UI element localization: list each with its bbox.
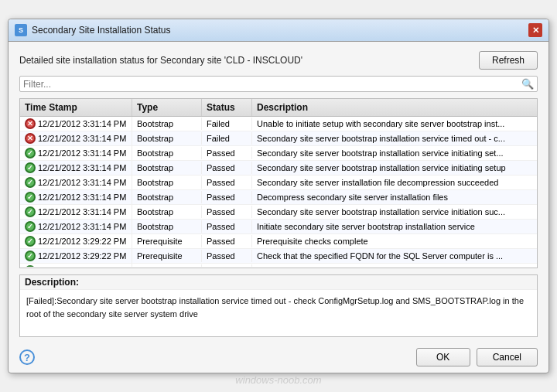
pass-icon: ✓	[25, 162, 36, 173]
watermark: windows-noob.com	[235, 374, 321, 386]
cell-description: Prerequisite checks complete	[252, 235, 537, 247]
table-header: Time Stamp Type Status Description	[20, 99, 537, 117]
pass-icon: ✓	[25, 192, 36, 203]
cell-type: Prerequisite	[132, 250, 202, 262]
table-row[interactable]: ✓ 12/21/2012 3:31:14 PM Bootstrap Passed…	[20, 161, 537, 176]
table-row[interactable]: ✓ 12/21/2012 3:29:22 PM Prerequisite Pas…	[20, 234, 537, 249]
cell-timestamp: ✓ 12/21/2012 3:29:22 PM	[20, 234, 132, 248]
cell-type: Prerequisite	[132, 264, 202, 267]
description-text: [Failed]:Secondary site server bootstrap…	[20, 290, 537, 336]
cell-timestamp: ✓ 12/21/2012 3:31:14 PM	[20, 176, 132, 189]
footer: ? OK Cancel	[9, 343, 548, 373]
cell-type: Bootstrap	[132, 176, 202, 189]
header-description: Detailed site installation status for Se…	[19, 55, 302, 66]
cell-type: Bootstrap	[132, 132, 202, 145]
cell-timestamp: ✓ 12/21/2012 3:29:22 PM	[20, 264, 132, 267]
cell-status: Passed	[202, 250, 252, 262]
cell-timestamp: ✓ 12/21/2012 3:29:22 PM	[20, 249, 132, 263]
table-row[interactable]: ✓ 12/21/2012 3:29:22 PM Prerequisite Pas…	[20, 249, 537, 264]
cell-description: Secondary site server bootstrap installa…	[252, 162, 537, 174]
col-header-status: Status	[202, 99, 252, 116]
header-row: Detailed site installation status for Se…	[19, 51, 538, 70]
close-button[interactable]: ✕	[528, 23, 542, 37]
cell-type: Prerequisite	[132, 235, 202, 247]
table-row[interactable]: ✕ 12/21/2012 3:31:14 PM Bootstrap Failed…	[20, 117, 537, 131]
pass-icon: ✓	[25, 265, 36, 267]
cell-status: Passed	[202, 220, 252, 233]
cell-description: Initiate secondary site server bootstrap…	[252, 220, 537, 233]
pass-icon: ✓	[25, 177, 36, 188]
window-title: Secondary Site Installation Status	[32, 25, 170, 36]
table-row[interactable]: ✓ 12/21/2012 3:31:14 PM Bootstrap Passed…	[20, 146, 537, 161]
table-row[interactable]: ✓ 12/21/2012 3:31:14 PM Bootstrap Passed…	[20, 220, 537, 234]
cell-status: Passed	[202, 206, 252, 218]
col-header-type: Type	[132, 99, 202, 116]
table-row[interactable]: ✓ 12/21/2012 3:31:14 PM Bootstrap Passed…	[20, 205, 537, 220]
cell-status: Failed	[202, 132, 252, 145]
content-area: Detailed site installation status for Se…	[9, 42, 548, 343]
log-table: Time Stamp Type Status Description ✕ 12/…	[19, 98, 538, 268]
refresh-button[interactable]: Refresh	[479, 51, 538, 70]
table-row[interactable]: ✓ 12/21/2012 3:31:14 PM Bootstrap Passed…	[20, 190, 537, 205]
cell-description: Secondary site server installation file …	[252, 176, 537, 189]
description-label: Description:	[20, 275, 537, 290]
pass-icon: ✓	[25, 251, 36, 261]
cell-description: Unable to initiate setup with secondary …	[252, 118, 537, 130]
filter-row: 🔍	[19, 76, 538, 92]
title-bar-left: S Secondary Site Installation Status	[15, 24, 170, 36]
window-icon: S	[15, 24, 27, 36]
cell-status: Passed	[202, 147, 252, 159]
cell-timestamp: ✓ 12/21/2012 3:31:14 PM	[20, 190, 132, 204]
col-header-description: Description	[252, 99, 537, 116]
cell-description: Checks if the SQL Server hosting the Con…	[252, 264, 537, 267]
cell-status: Passed	[202, 235, 252, 247]
cell-description: Secondary site server bootstrap installa…	[252, 206, 537, 218]
pass-icon: ✓	[25, 148, 36, 159]
cell-status: Passed	[202, 264, 252, 267]
cell-type: Bootstrap	[132, 118, 202, 130]
filter-input[interactable]	[23, 79, 521, 90]
title-bar: S Secondary Site Installation Status ✕	[9, 19, 548, 42]
cell-type: Bootstrap	[132, 147, 202, 159]
cancel-button[interactable]: Cancel	[477, 348, 538, 366]
cell-type: Bootstrap	[132, 220, 202, 233]
table-row[interactable]: ✕ 12/21/2012 3:31:14 PM Bootstrap Failed…	[20, 131, 537, 146]
description-section: Description: [Failed]:Secondary site ser…	[19, 274, 538, 337]
cell-status: Passed	[202, 191, 252, 203]
table-body: ✕ 12/21/2012 3:31:14 PM Bootstrap Failed…	[20, 117, 537, 267]
pass-icon: ✓	[25, 236, 36, 247]
main-window: S Secondary Site Installation Status ✕ D…	[8, 19, 549, 373]
cell-timestamp: ✓ 12/21/2012 3:31:14 PM	[20, 205, 132, 219]
cell-timestamp: ✕ 12/21/2012 3:31:14 PM	[20, 117, 132, 131]
pass-icon: ✓	[25, 221, 36, 232]
error-icon: ✕	[25, 118, 36, 129]
table-row[interactable]: ✓ 12/21/2012 3:31:14 PM Bootstrap Passed…	[20, 176, 537, 190]
cell-status: Passed	[202, 176, 252, 189]
cell-description: Decompress secondary site server install…	[252, 191, 537, 203]
cell-timestamp: ✓ 12/21/2012 3:31:14 PM	[20, 161, 132, 175]
cell-status: Failed	[202, 118, 252, 130]
cell-timestamp: ✓ 12/21/2012 3:31:14 PM	[20, 146, 132, 160]
cell-type: Bootstrap	[132, 206, 202, 218]
footer-buttons: OK Cancel	[416, 348, 538, 366]
cell-type: Bootstrap	[132, 162, 202, 174]
ok-button[interactable]: OK	[416, 348, 470, 366]
cell-type: Bootstrap	[132, 191, 202, 203]
cell-description: Secondary site server bootstrap installa…	[252, 132, 537, 145]
error-icon: ✕	[25, 133, 36, 144]
cell-timestamp: ✓ 12/21/2012 3:31:14 PM	[20, 220, 132, 233]
cell-status: Passed	[202, 162, 252, 174]
pass-icon: ✓	[25, 206, 36, 217]
table-row[interactable]: ✓ 12/21/2012 3:29:22 PM Prerequisite Pas…	[20, 264, 537, 267]
help-button[interactable]: ?	[19, 349, 35, 365]
cell-timestamp: ✕ 12/21/2012 3:31:14 PM	[20, 131, 132, 145]
search-icon: 🔍	[521, 78, 534, 90]
cell-description: Secondary site server bootstrap installa…	[252, 147, 537, 159]
col-header-timestamp: Time Stamp	[20, 99, 132, 116]
cell-description: Check that the specified FQDN for the SQ…	[252, 250, 537, 262]
